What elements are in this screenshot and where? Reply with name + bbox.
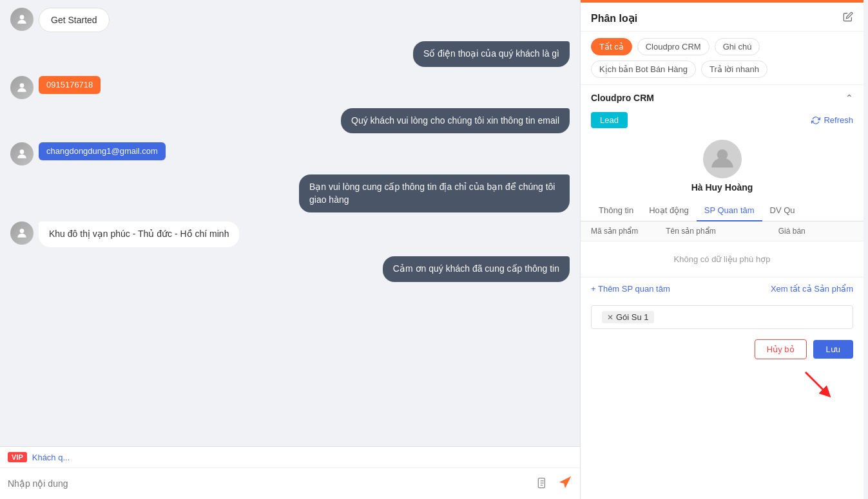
tab-dv-qu[interactable]: DV Qu <box>762 200 803 221</box>
svg-point-1 <box>20 83 24 88</box>
crm-tabs: Thông tin Hoạt động SP Quan tâm DV Qu <box>581 200 863 221</box>
get-started-button[interactable]: Get Started <box>39 8 110 32</box>
cat-tag-tra-loi[interactable]: Trả lời nhanh <box>701 61 767 78</box>
incoming-bubble: Khu đô thị vạn phúc - Thủ đức - Hồ chí m… <box>39 221 239 247</box>
chat-footer: VIP Khách q... <box>0 446 580 499</box>
crm-header: Cloudpro CRM ⌃ <box>581 85 863 108</box>
cancel-button[interactable]: Hủy bỏ <box>755 339 807 359</box>
crm-section: Cloudpro CRM ⌃ Lead Refresh Hà Huy Hoàng… <box>581 85 863 499</box>
svg-point-2 <box>20 150 24 155</box>
message-row: Cảm ơn quý khách đã cung cấp thông tin <box>10 256 570 282</box>
chat-input-area <box>0 468 580 499</box>
message-row: Khu đô thị vạn phúc - Thủ đức - Hồ chí m… <box>10 221 570 247</box>
crm-title: Cloudpro CRM <box>591 93 654 103</box>
chat-input[interactable] <box>8 478 527 489</box>
view-all-sp-link[interactable]: Xem tất cả Sản phẩm <box>771 284 853 294</box>
lead-badge[interactable]: Lead <box>591 112 628 128</box>
outgoing-bubble: Cảm ơn quý khách đã cung cấp thông tin <box>383 256 570 282</box>
avatar <box>10 221 34 245</box>
email-tag: changdongdung1@gmail.com <box>39 142 166 160</box>
khach-label: Khách q... <box>32 453 70 462</box>
contact-name: Hà Huy Hoàng <box>691 182 753 193</box>
sp-footer: + Thêm SP quan tâm Xem tất cả Sản phẩm <box>581 277 863 300</box>
contact-avatar <box>703 140 742 178</box>
selected-tag: ✕ Gói Su 1 <box>602 311 654 323</box>
send-button[interactable] <box>558 475 572 493</box>
right-panel: Phân loại Tất cả Cloudpro CRM Ghi chú Kị… <box>580 0 863 499</box>
outgoing-bubble: Bạn vui lòng cung cấp thông tin địa chỉ … <box>299 174 570 212</box>
vip-badge: VIP <box>8 452 27 462</box>
cat-tag-all[interactable]: Tất cả <box>591 38 632 55</box>
svg-point-3 <box>20 229 24 234</box>
document-icon-button[interactable] <box>534 475 552 493</box>
svg-point-0 <box>20 15 24 19</box>
add-sp-link[interactable]: + Thêm SP quan tâm <box>591 284 670 294</box>
table-empty: Không có dữ liệu phù hợp <box>581 241 863 277</box>
cat-tag-kich-ban[interactable]: Kịch bản Bot Bán Hàng <box>591 61 696 78</box>
message-row: Số điện thoại của quý khách là gì <box>10 41 570 67</box>
tab-hoat-dong[interactable]: Hoạt động <box>641 200 697 221</box>
panel-header: Phân loại <box>581 3 863 32</box>
save-button[interactable]: Lưu <box>813 340 853 359</box>
avatar <box>10 76 34 99</box>
edit-icon[interactable] <box>843 12 853 24</box>
cat-tag-ghi-chu[interactable]: Ghi chú <box>715 38 760 55</box>
cat-tag-cloudpro[interactable]: Cloudpro CRM <box>637 38 709 55</box>
message-row: Get Started <box>10 8 570 32</box>
phone-tag: 0915176718 <box>39 76 101 94</box>
message-row: 0915176718 <box>10 76 570 99</box>
collapse-icon[interactable]: ⌃ <box>845 93 853 103</box>
tag-remove-icon[interactable]: ✕ <box>607 313 613 322</box>
tab-sp-quan-tam[interactable]: SP Quan tâm <box>697 200 762 221</box>
outgoing-bubble: Số điện thoại của quý khách là gì <box>413 41 570 67</box>
refresh-button[interactable]: Refresh <box>811 115 853 125</box>
chat-messages: Get Started Số điện thoại của quý khách … <box>0 0 580 446</box>
tag-input-area[interactable]: ✕ Gói Su 1 <box>591 305 853 329</box>
col-ma-san-pham: Mã sản phẩm <box>591 227 666 236</box>
col-ten-san-pham: Tên sản phẩm <box>666 227 778 236</box>
panel-title: Phân loại <box>591 12 637 24</box>
category-tags: Tất cả Cloudpro CRM Ghi chú Kịch bản Bot… <box>581 32 863 85</box>
action-buttons: Hủy bỏ Lưu <box>581 334 863 370</box>
message-row: Quý khách vui lòng cho chúng tôi xin thô… <box>10 108 570 134</box>
message-row: Bạn vui lòng cung cấp thông tin địa chỉ … <box>10 174 570 212</box>
contact-card: Hà Huy Hoàng <box>581 135 863 200</box>
crm-toolbar: Lead Refresh <box>581 108 863 135</box>
tab-thong-tin[interactable]: Thông tin <box>591 200 641 221</box>
avatar <box>10 8 34 31</box>
table-header: Mã sản phẩm Tên sản phẩm Giá bán <box>581 221 863 241</box>
avatar <box>10 142 34 165</box>
message-row: changdongdung1@gmail.com <box>10 142 570 165</box>
col-gia-ban: Giá bán <box>778 227 853 236</box>
footer-top: VIP Khách q... <box>0 447 580 468</box>
outgoing-bubble: Quý khách vui lòng cho chúng tôi xin thô… <box>341 108 570 134</box>
